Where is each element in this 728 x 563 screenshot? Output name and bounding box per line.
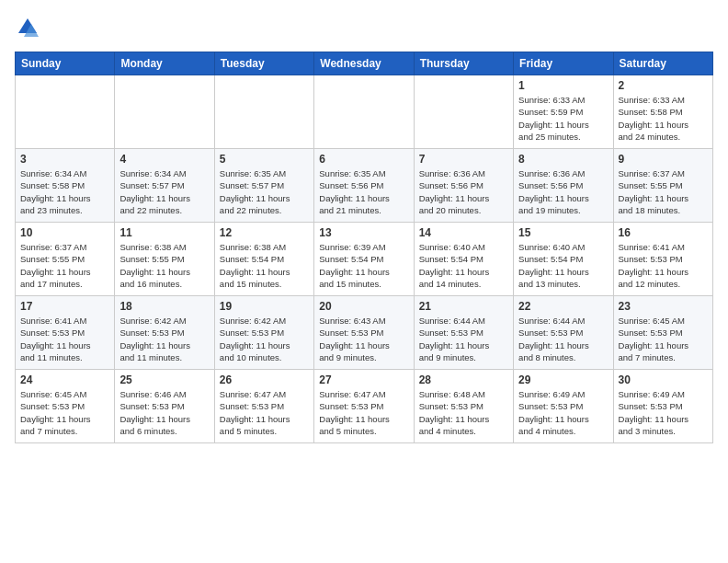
calendar-cell: 13Sunrise: 6:39 AM Sunset: 5:54 PM Dayli…: [314, 223, 414, 296]
calendar-cell: 4Sunrise: 6:34 AM Sunset: 5:57 PM Daylig…: [115, 149, 214, 223]
day-info: Sunrise: 6:37 AM Sunset: 5:55 PM Dayligh…: [619, 167, 708, 216]
day-number: 1: [518, 79, 608, 92]
day-number: 30: [619, 373, 708, 386]
day-info: Sunrise: 6:44 AM Sunset: 5:53 PM Dayligh…: [518, 315, 608, 363]
calendar-cell: 26Sunrise: 6:47 AM Sunset: 5:53 PM Dayli…: [214, 370, 313, 443]
day-number: 5: [220, 153, 309, 166]
day-number: 2: [619, 79, 708, 92]
calendar-cell: 20Sunrise: 6:43 AM Sunset: 5:53 PM Dayli…: [314, 296, 414, 370]
day-info: Sunrise: 6:45 AM Sunset: 5:53 PM Dayligh…: [20, 388, 109, 437]
day-info: Sunrise: 6:34 AM Sunset: 5:58 PM Dayligh…: [20, 167, 109, 216]
calendar-cell: 3Sunrise: 6:34 AM Sunset: 5:58 PM Daylig…: [16, 149, 115, 223]
calendar-cell: 22Sunrise: 6:44 AM Sunset: 5:53 PM Dayli…: [514, 296, 613, 370]
day-info: Sunrise: 6:47 AM Sunset: 5:53 PM Dayligh…: [220, 388, 309, 437]
logo-icon: [15, 15, 40, 40]
calendar-cell: 5Sunrise: 6:35 AM Sunset: 5:57 PM Daylig…: [214, 149, 313, 223]
day-info: Sunrise: 6:47 AM Sunset: 5:53 PM Dayligh…: [319, 388, 408, 437]
day-info: Sunrise: 6:49 AM Sunset: 5:53 PM Dayligh…: [619, 388, 708, 437]
day-number: 27: [319, 373, 408, 386]
calendar-cell: 23Sunrise: 6:45 AM Sunset: 5:53 PM Dayli…: [613, 296, 712, 370]
weekday-header: Saturday: [613, 52, 712, 75]
day-info: Sunrise: 6:41 AM Sunset: 5:53 PM Dayligh…: [619, 241, 708, 290]
weekday-header: Monday: [115, 52, 214, 75]
day-number: 9: [619, 153, 708, 166]
day-number: 7: [419, 153, 508, 166]
day-info: Sunrise: 6:37 AM Sunset: 5:55 PM Dayligh…: [20, 241, 109, 290]
day-number: 28: [419, 373, 508, 386]
weekday-header: Tuesday: [214, 52, 313, 75]
day-info: Sunrise: 6:36 AM Sunset: 5:56 PM Dayligh…: [419, 167, 508, 216]
day-number: 14: [419, 226, 508, 239]
calendar-cell: [314, 75, 414, 149]
day-number: 3: [20, 153, 109, 166]
day-info: Sunrise: 6:33 AM Sunset: 5:59 PM Dayligh…: [518, 94, 608, 143]
calendar-cell: 29Sunrise: 6:49 AM Sunset: 5:53 PM Dayli…: [514, 370, 613, 443]
day-info: Sunrise: 6:36 AM Sunset: 5:56 PM Dayligh…: [518, 167, 608, 216]
calendar-cell: 28Sunrise: 6:48 AM Sunset: 5:53 PM Dayli…: [414, 370, 513, 443]
calendar-cell: 12Sunrise: 6:38 AM Sunset: 5:54 PM Dayli…: [214, 223, 313, 296]
day-number: 22: [518, 300, 608, 313]
page-header: [15, 15, 713, 40]
day-info: Sunrise: 6:39 AM Sunset: 5:54 PM Dayligh…: [319, 241, 408, 290]
day-info: Sunrise: 6:35 AM Sunset: 5:56 PM Dayligh…: [319, 167, 408, 216]
day-number: 12: [220, 226, 309, 239]
day-number: 24: [20, 373, 109, 386]
day-number: 6: [319, 153, 408, 166]
calendar-cell: 27Sunrise: 6:47 AM Sunset: 5:53 PM Dayli…: [314, 370, 414, 443]
calendar-cell: 30Sunrise: 6:49 AM Sunset: 5:53 PM Dayli…: [613, 370, 712, 443]
weekday-header: Friday: [514, 52, 613, 75]
calendar-cell: 24Sunrise: 6:45 AM Sunset: 5:53 PM Dayli…: [16, 370, 115, 443]
day-info: Sunrise: 6:40 AM Sunset: 5:54 PM Dayligh…: [419, 241, 508, 290]
calendar-cell: 8Sunrise: 6:36 AM Sunset: 5:56 PM Daylig…: [514, 149, 613, 223]
calendar-cell: 25Sunrise: 6:46 AM Sunset: 5:53 PM Dayli…: [115, 370, 214, 443]
day-number: 13: [319, 226, 408, 239]
day-info: Sunrise: 6:38 AM Sunset: 5:55 PM Dayligh…: [119, 241, 209, 290]
day-info: Sunrise: 6:34 AM Sunset: 5:57 PM Dayligh…: [119, 167, 209, 216]
day-info: Sunrise: 6:44 AM Sunset: 5:53 PM Dayligh…: [419, 315, 508, 363]
calendar-cell: 19Sunrise: 6:42 AM Sunset: 5:53 PM Dayli…: [214, 296, 313, 370]
calendar-cell: 17Sunrise: 6:41 AM Sunset: 5:53 PM Dayli…: [16, 296, 115, 370]
day-number: 21: [419, 300, 508, 313]
day-number: 10: [20, 226, 109, 239]
day-info: Sunrise: 6:41 AM Sunset: 5:53 PM Dayligh…: [20, 315, 109, 363]
day-number: 4: [119, 153, 209, 166]
day-info: Sunrise: 6:42 AM Sunset: 5:53 PM Dayligh…: [220, 315, 309, 363]
day-info: Sunrise: 6:43 AM Sunset: 5:53 PM Dayligh…: [319, 315, 408, 363]
day-info: Sunrise: 6:38 AM Sunset: 5:54 PM Dayligh…: [220, 241, 309, 290]
day-number: 17: [20, 300, 109, 313]
day-number: 26: [220, 373, 309, 386]
logo: [15, 15, 44, 40]
calendar-cell: 18Sunrise: 6:42 AM Sunset: 5:53 PM Dayli…: [115, 296, 214, 370]
calendar-cell: 6Sunrise: 6:35 AM Sunset: 5:56 PM Daylig…: [314, 149, 414, 223]
calendar-cell: 7Sunrise: 6:36 AM Sunset: 5:56 PM Daylig…: [414, 149, 513, 223]
day-number: 15: [518, 226, 608, 239]
calendar-cell: 1Sunrise: 6:33 AM Sunset: 5:59 PM Daylig…: [514, 75, 613, 149]
day-number: 16: [619, 226, 708, 239]
day-number: 19: [220, 300, 309, 313]
day-info: Sunrise: 6:46 AM Sunset: 5:53 PM Dayligh…: [119, 388, 209, 437]
calendar-cell: [414, 75, 513, 149]
day-number: 11: [119, 226, 209, 239]
calendar-cell: [115, 75, 214, 149]
calendar-cell: 10Sunrise: 6:37 AM Sunset: 5:55 PM Dayli…: [16, 223, 115, 296]
calendar-cell: 21Sunrise: 6:44 AM Sunset: 5:53 PM Dayli…: [414, 296, 513, 370]
day-info: Sunrise: 6:35 AM Sunset: 5:57 PM Dayligh…: [220, 167, 309, 216]
weekday-header: Wednesday: [314, 52, 414, 75]
calendar-cell: [214, 75, 313, 149]
calendar-cell: [16, 75, 115, 149]
weekday-header: Thursday: [414, 52, 513, 75]
day-info: Sunrise: 6:48 AM Sunset: 5:53 PM Dayligh…: [419, 388, 508, 437]
day-number: 29: [518, 373, 608, 386]
day-number: 8: [518, 153, 608, 166]
calendar-cell: 16Sunrise: 6:41 AM Sunset: 5:53 PM Dayli…: [613, 223, 712, 296]
day-number: 18: [119, 300, 209, 313]
calendar: SundayMondayTuesdayWednesdayThursdayFrid…: [15, 52, 713, 443]
calendar-cell: 15Sunrise: 6:40 AM Sunset: 5:54 PM Dayli…: [514, 223, 613, 296]
weekday-header: Sunday: [16, 52, 115, 75]
calendar-cell: 11Sunrise: 6:38 AM Sunset: 5:55 PM Dayli…: [115, 223, 214, 296]
day-info: Sunrise: 6:33 AM Sunset: 5:58 PM Dayligh…: [619, 94, 708, 143]
calendar-cell: 14Sunrise: 6:40 AM Sunset: 5:54 PM Dayli…: [414, 223, 513, 296]
day-info: Sunrise: 6:40 AM Sunset: 5:54 PM Dayligh…: [518, 241, 608, 290]
day-number: 23: [619, 300, 708, 313]
day-info: Sunrise: 6:45 AM Sunset: 5:53 PM Dayligh…: [619, 315, 708, 363]
